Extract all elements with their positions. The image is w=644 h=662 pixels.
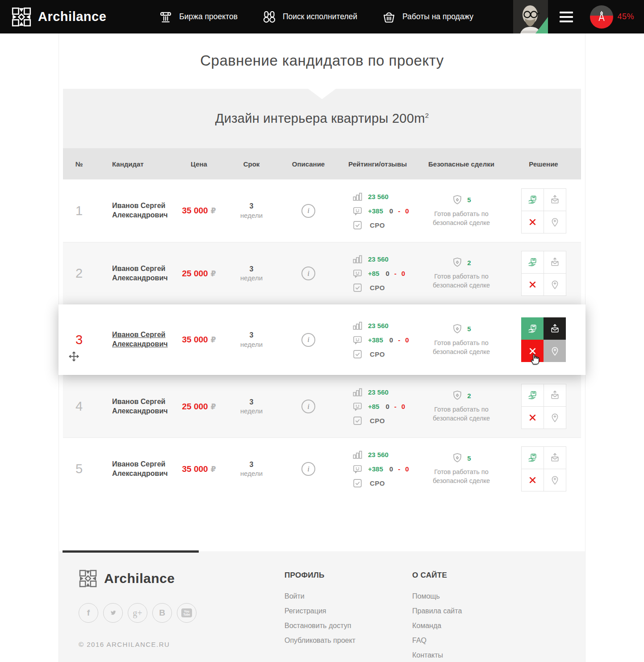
twitter-icon[interactable]	[103, 603, 123, 623]
term-value: 3	[250, 330, 254, 340]
footer-link-site-rules[interactable]: Правила сайта	[412, 606, 462, 616]
nav-label: Поиск исполнителей	[283, 12, 357, 21]
term-value: 3	[250, 460, 254, 470]
sro-status: СРО	[352, 349, 385, 360]
avatar-photo	[513, 0, 548, 33]
footer-link-register[interactable]: Регистрация	[284, 606, 412, 616]
hire-candidate-button[interactable]	[522, 251, 544, 273]
info-icon[interactable]: i	[301, 204, 315, 218]
sro-status: СРО	[352, 415, 385, 426]
term-cell: 3недели	[225, 304, 278, 375]
footer-link-team[interactable]: Команда	[412, 620, 462, 631]
reject-candidate-button[interactable]	[522, 274, 544, 296]
table-row: 4 Иванов Сергей Александрович 25 000₽ 3н…	[63, 375, 581, 437]
table-row: 5 Иванов Сергей Александрович 35 000₽ 3н…	[63, 437, 581, 500]
footer-link-restore-access[interactable]: Востановить доступ	[284, 620, 412, 631]
term-value: 3	[250, 201, 254, 211]
ratings-cell: 23 560 +385 0 - 0 СРО	[339, 179, 417, 242]
footer-about-column: О САЙТЕ Помощь Правила сайта Команда FAQ…	[412, 569, 462, 662]
profile-completion-badge[interactable]	[590, 5, 613, 29]
footer-link-faq[interactable]: FAQ	[412, 635, 462, 646]
column-icon	[158, 9, 173, 25]
hire-candidate-button[interactable]	[521, 317, 544, 340]
term-unit: недели	[240, 211, 263, 220]
col-header-decision: Решение	[506, 160, 581, 168]
menu-icon[interactable]	[560, 12, 573, 22]
ratings-cell: 23 560 +85 0 - 0 СРО	[339, 375, 417, 437]
send-message-button[interactable]	[544, 251, 566, 273]
hire-candidate-button[interactable]	[522, 189, 544, 211]
nav-label: Биржа проектов	[179, 12, 238, 21]
info-icon[interactable]: i	[301, 333, 315, 347]
location-pin-button[interactable]	[544, 340, 566, 362]
send-message-button[interactable]	[544, 189, 566, 211]
nav-item-works-for-sale[interactable]: Работы на продажу	[381, 9, 473, 25]
brand-logo[interactable]: Archilance	[11, 7, 106, 27]
main-content: Сравнение кандидатов по проекту Дизайн и…	[59, 33, 585, 551]
footer-link-login[interactable]: Войти	[284, 591, 412, 602]
location-pin-plus-icon	[550, 475, 560, 485]
footer: Archilance f g+ B YouTube © 2016 ARCHILA…	[59, 551, 585, 662]
facebook-icon[interactable]: f	[79, 603, 98, 623]
footer-about-title: О САЙТЕ	[412, 571, 462, 580]
hire-candidate-button[interactable]	[522, 447, 544, 469]
basket-icon	[381, 9, 397, 25]
reject-candidate-button[interactable]	[522, 211, 544, 233]
hire-hand-card-icon	[527, 257, 538, 267]
ruble-sign: ₽	[211, 402, 216, 411]
reject-candidate-button[interactable]	[522, 407, 544, 429]
user-avatar[interactable]	[513, 0, 548, 33]
youtube-icon[interactable]: YouTube	[177, 603, 197, 623]
google-plus-glyph: g+	[133, 608, 142, 618]
send-message-button[interactable]	[544, 384, 566, 406]
location-pin-button[interactable]	[544, 469, 566, 491]
project-band: Дизайн интерьера квартиры 200m2	[63, 89, 581, 148]
location-pin-button[interactable]	[544, 274, 566, 296]
views-rating: 23 560	[352, 387, 389, 398]
nav-item-search-performers[interactable]: Поиск исполнителей	[262, 9, 357, 25]
candidate-cell: Иванов Сергей Александрович	[95, 242, 173, 304]
reject-candidate-button[interactable]	[522, 469, 544, 491]
reviews-rating: +385 0 - 0	[352, 334, 409, 346]
views-rating: 23 560	[352, 320, 389, 331]
google-plus-icon[interactable]: g+	[128, 603, 147, 623]
info-icon[interactable]: i	[301, 400, 315, 413]
info-icon[interactable]: i	[301, 266, 315, 280]
table-row: 3 Иванов Сергей Александрович 35 000₽ 3н…	[59, 304, 585, 375]
band-notch	[308, 89, 336, 99]
shield-icon	[452, 323, 463, 335]
hire-candidate-button[interactable]	[522, 384, 544, 406]
deal-text: Готов работать по безопасной сделке	[424, 272, 499, 290]
ruble-sign: ₽	[211, 206, 216, 215]
send-message-button[interactable]	[544, 447, 566, 469]
price-value: 25 000₽	[182, 269, 216, 279]
footer-link-publish-project[interactable]: Опубликовать проект	[284, 635, 412, 646]
candidate-name-link[interactable]: Иванов Сергей Александрович	[112, 264, 170, 283]
ratings-cell: 23 560 +85 0 - 0 СРО	[339, 242, 417, 304]
location-pin-button[interactable]	[544, 211, 566, 233]
location-pin-button[interactable]	[544, 407, 566, 429]
deal-text: Готов работать по безопасной сделке	[424, 405, 499, 423]
drag-move-icon[interactable]	[68, 351, 79, 362]
vk-icon[interactable]: B	[152, 603, 172, 623]
candidate-name-link[interactable]: Иванов Сергей Александрович	[112, 201, 170, 220]
row-number: 2	[63, 242, 95, 304]
send-message-button[interactable]	[544, 317, 566, 340]
candidate-name-link[interactable]: Иванов Сергей Александрович	[112, 397, 170, 416]
sro-status: СРО	[352, 478, 385, 489]
nav-item-projects-exchange[interactable]: Биржа проектов	[158, 9, 238, 25]
row-number: 3	[63, 304, 95, 375]
reject-x-icon	[527, 279, 538, 290]
candidate-name-link[interactable]: Иванов Сергей Александрович	[112, 330, 170, 349]
footer-logo[interactable]: Archilance	[79, 569, 284, 588]
info-icon[interactable]: i	[301, 462, 315, 476]
col-header-candidate: Кандидат	[95, 160, 173, 168]
bar-chart-icon	[352, 320, 363, 331]
reject-candidate-button[interactable]	[521, 340, 544, 362]
footer-link-help[interactable]: Помощь	[412, 591, 462, 602]
views-rating: 23 560	[352, 191, 389, 202]
page-title: Сравнение кандидатов по проекту	[63, 33, 581, 89]
candidate-name-link[interactable]: Иванов Сергей Александрович	[112, 460, 170, 479]
col-header-num: №	[63, 160, 95, 168]
footer-link-contacts[interactable]: Контакты	[412, 650, 462, 661]
